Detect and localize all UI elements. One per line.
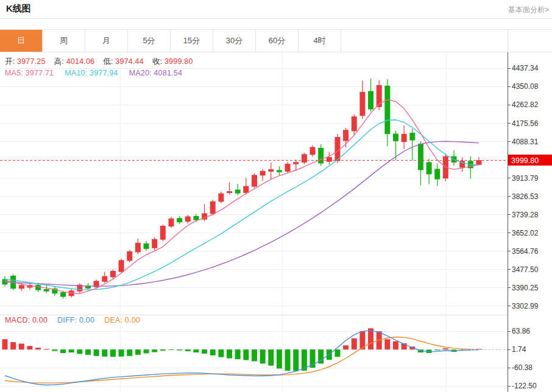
macd-bar bbox=[368, 328, 373, 349]
macd-bar bbox=[235, 349, 241, 359]
candle-body bbox=[352, 116, 357, 131]
macd-bar bbox=[168, 349, 174, 350]
macd-bar bbox=[69, 349, 74, 352]
ma5-line bbox=[5, 100, 479, 294]
macd-bar bbox=[102, 349, 107, 357]
candle-body bbox=[252, 175, 257, 186]
macd-bar bbox=[260, 349, 266, 363]
macd-bar bbox=[2, 339, 8, 349]
tab-period-5[interactable]: 30分 bbox=[213, 30, 256, 52]
candle-body bbox=[426, 162, 432, 174]
macd-bar bbox=[393, 341, 398, 350]
macd-bar bbox=[144, 349, 149, 353]
candle-body bbox=[144, 243, 149, 249]
macd-axis-label: 63.86 bbox=[512, 327, 530, 335]
main-axis-label: 3564.76 bbox=[512, 247, 539, 256]
candle-body bbox=[327, 157, 332, 162]
macd-bar bbox=[268, 349, 274, 366]
macd-bar bbox=[44, 349, 49, 349]
macd-bar bbox=[135, 349, 141, 355]
macd-bar bbox=[352, 338, 357, 349]
candles-layer bbox=[2, 79, 482, 298]
widget-header: K线图 基本面分析> bbox=[0, 0, 552, 19]
macd-bar bbox=[243, 349, 249, 360]
macd-bar bbox=[85, 349, 91, 355]
macd-axis-label: -122.50 bbox=[512, 382, 537, 390]
main-axis-label: 4437.34 bbox=[512, 64, 539, 72]
candle-body bbox=[193, 216, 199, 220]
main-axis-label: 4350.08 bbox=[512, 82, 539, 91]
macd-bar bbox=[94, 349, 99, 356]
candle-body bbox=[310, 147, 316, 155]
main-axis-label: 3826.53 bbox=[512, 192, 539, 201]
fundamental-analysis-link[interactable]: 基本面分析> bbox=[508, 5, 549, 15]
candle-body bbox=[210, 201, 216, 214]
candle-body bbox=[19, 285, 24, 289]
macd-bar bbox=[77, 349, 82, 354]
tab-axis-divider bbox=[508, 29, 508, 52]
candle-body bbox=[409, 133, 415, 140]
candle-body bbox=[302, 154, 307, 163]
chart-area: 4437.344350.084262.824175.564088.313913.… bbox=[0, 52, 552, 392]
current-price-label: 3999.80 bbox=[511, 156, 539, 165]
macd-bar bbox=[227, 349, 232, 358]
macd-bar bbox=[160, 349, 166, 351]
tab-period-7[interactable]: 4时 bbox=[299, 30, 341, 52]
candle-body bbox=[60, 292, 66, 297]
main-axis-label: 3302.99 bbox=[512, 302, 539, 310]
tab-period-0[interactable]: 日 bbox=[0, 30, 43, 52]
macd-bar bbox=[343, 345, 349, 349]
period-tabs: 日周月5分15分30分60分4时 bbox=[0, 29, 552, 52]
candle-body bbox=[268, 169, 274, 172]
candle-body bbox=[243, 186, 249, 193]
tab-period-4[interactable]: 15分 bbox=[171, 30, 213, 52]
macd-bar bbox=[185, 349, 191, 351]
candle-body bbox=[110, 271, 116, 277]
candle-body bbox=[160, 226, 166, 240]
tab-period-1[interactable]: 周 bbox=[43, 30, 85, 52]
candle-body bbox=[277, 170, 282, 172]
macd-bar bbox=[293, 349, 299, 371]
macd-bar bbox=[210, 349, 216, 355]
macd-bar bbox=[252, 349, 257, 361]
macd-bar bbox=[35, 348, 41, 349]
candle-body bbox=[227, 191, 232, 193]
macd-bar bbox=[285, 349, 291, 371]
macd-bar bbox=[110, 349, 116, 357]
macd-bar bbox=[218, 349, 224, 357]
candle-body bbox=[359, 92, 365, 116]
dea-line bbox=[5, 337, 479, 383]
macd-bar bbox=[127, 349, 132, 356]
candle-body bbox=[476, 160, 482, 165]
candle-body bbox=[393, 134, 398, 141]
candle-body bbox=[235, 189, 241, 193]
ma20-line bbox=[5, 141, 479, 286]
candle-body bbox=[152, 239, 157, 248]
candle-body bbox=[35, 285, 41, 290]
candle-body bbox=[119, 260, 124, 271]
macd-bar bbox=[384, 339, 390, 349]
macd-axis-label: 1.74 bbox=[512, 345, 526, 354]
candle-body bbox=[402, 134, 407, 142]
diff-line bbox=[5, 331, 479, 385]
macd-bar bbox=[52, 349, 57, 351]
macd-bar bbox=[152, 349, 157, 352]
page-title: K线图 bbox=[6, 3, 31, 15]
tab-period-3[interactable]: 5分 bbox=[128, 30, 171, 52]
main-axis-label: 4175.56 bbox=[512, 119, 539, 128]
tab-period-2[interactable]: 月 bbox=[85, 30, 128, 52]
main-axis-label: 3652.02 bbox=[512, 229, 539, 237]
candle-body bbox=[434, 169, 440, 179]
candle-body bbox=[102, 276, 107, 282]
candle-body bbox=[168, 219, 174, 226]
main-axis-label: 3477.50 bbox=[512, 265, 539, 274]
candle-body bbox=[368, 91, 373, 110]
tab-period-6[interactable]: 60分 bbox=[256, 30, 299, 52]
main-axis-label: 3913.79 bbox=[512, 174, 539, 183]
macd-bar bbox=[119, 349, 124, 357]
candle-body bbox=[218, 194, 224, 202]
macd-bar bbox=[193, 349, 199, 352]
macd-bar bbox=[10, 342, 16, 349]
macd-bar bbox=[202, 349, 207, 354]
candle-body bbox=[318, 148, 324, 163]
